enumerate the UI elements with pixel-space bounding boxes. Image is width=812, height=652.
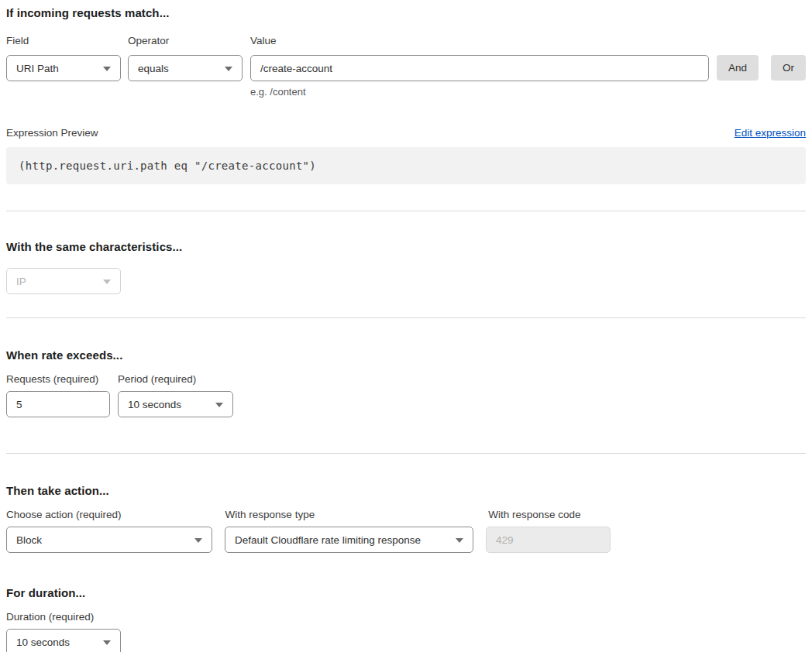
characteristics-controls-row: IP	[6, 268, 806, 294]
section-take-action: Then take action... Choose action (requi…	[6, 484, 806, 553]
or-button[interactable]: Or	[771, 55, 806, 81]
response-type-label: With response type	[225, 510, 315, 520]
choose-action-select[interactable]: Block	[6, 527, 212, 553]
edit-expression-link[interactable]: Edit expression	[735, 127, 806, 139]
response-type-select-value: Default Cloudflare rate limiting respons…	[235, 534, 421, 546]
chevron-down-icon	[215, 403, 223, 407]
section-rate-exceeds: When rate exceeds... Requests (required)…	[6, 348, 806, 417]
section-title-rate: When rate exceeds...	[6, 348, 806, 362]
and-button[interactable]: And	[717, 55, 759, 81]
period-select[interactable]: 10 seconds	[118, 391, 233, 417]
chevron-down-icon	[225, 67, 232, 71]
section-for-duration: For duration... Duration (required) 10 s…	[6, 586, 806, 652]
chevron-down-icon	[194, 538, 202, 543]
response-type-select[interactable]: Default Cloudflare rate limiting respons…	[225, 527, 473, 553]
field-label: Field	[6, 36, 121, 46]
requests-input[interactable]	[6, 391, 110, 417]
match-controls-row: URI Path equals e.g. /content And Or	[6, 55, 806, 98]
value-input[interactable]	[250, 55, 709, 81]
chevron-down-icon	[103, 67, 111, 71]
expression-preview-label: Expression Preview	[6, 128, 98, 139]
operator-select-value: equals	[138, 63, 169, 74]
rate-limiting-rule-form: If incoming requests match... Field Oper…	[0, 0, 812, 652]
divider	[6, 211, 806, 211]
chevron-down-icon	[103, 280, 111, 284]
period-select-value: 10 seconds	[128, 399, 181, 410]
expression-preview-header: Expression Preview Edit expression	[6, 127, 806, 139]
response-code-label: With response code	[488, 510, 580, 520]
value-column: e.g. /content	[250, 55, 709, 98]
duration-select[interactable]: 10 seconds	[6, 629, 121, 652]
characteristic-select: IP	[6, 268, 121, 294]
action-labels-row: Choose action (required) With response t…	[6, 510, 806, 520]
section-title-characteristics: With the same characteristics...	[6, 240, 806, 253]
choose-action-select-value: Block	[16, 534, 42, 546]
section-title-match: If incoming requests match...	[6, 6, 806, 19]
expression-preview-code: (http.request.uri.path eq "/create-accou…	[6, 147, 806, 184]
operator-select[interactable]: equals	[128, 55, 243, 81]
rate-controls-row: 10 seconds	[6, 391, 806, 417]
value-label: Value	[250, 36, 277, 46]
characteristic-select-value: IP	[16, 276, 26, 287]
duration-select-value: 10 seconds	[16, 637, 70, 648]
operator-label: Operator	[128, 36, 243, 46]
field-select-value: URI Path	[16, 63, 59, 74]
duration-label: Duration (required)	[6, 612, 806, 623]
section-title-action: Then take action...	[6, 484, 806, 497]
divider	[6, 317, 806, 318]
chevron-down-icon	[456, 538, 463, 543]
match-labels-row: Field Operator Value	[6, 36, 806, 46]
period-label: Period (required)	[118, 374, 196, 385]
expression-preview-wrap: (http.request.uri.path eq "/create-accou…	[6, 147, 806, 184]
rate-labels-row: Requests (required) Period (required)	[6, 374, 806, 385]
choose-action-label: Choose action (required)	[6, 510, 122, 520]
section-title-duration: For duration...	[6, 586, 806, 599]
divider	[6, 453, 806, 454]
field-select[interactable]: URI Path	[6, 55, 121, 81]
requests-label: Requests (required)	[6, 374, 110, 385]
response-code-input	[486, 527, 611, 553]
section-same-characteristics: With the same characteristics... IP	[6, 240, 806, 294]
chevron-down-icon	[103, 640, 111, 645]
value-hint: e.g. /content	[250, 86, 709, 98]
section-incoming-requests-match: If incoming requests match... Field Oper…	[6, 6, 806, 184]
action-controls-row: Block Default Cloudflare rate limiting r…	[6, 527, 806, 553]
